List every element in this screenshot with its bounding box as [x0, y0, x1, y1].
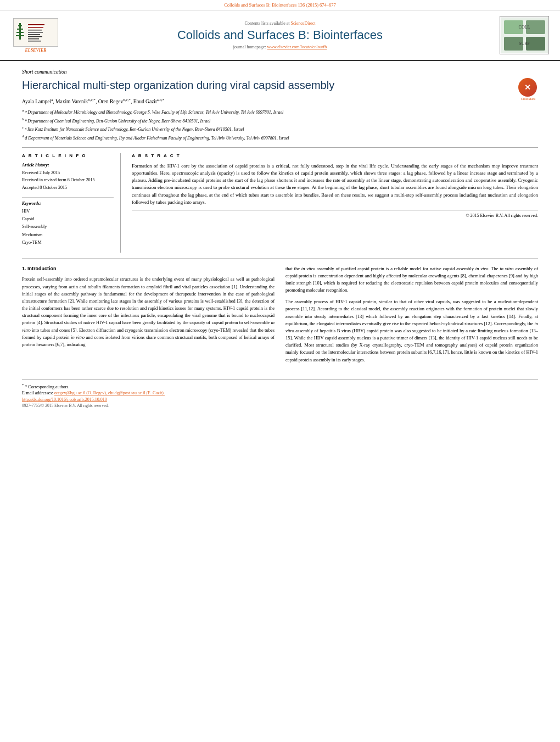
journal-homepage: journal homepage: www.elsevier.com/locat…: [60, 44, 500, 49]
doi-link[interactable]: http://dx.doi.org/10.1016/j.colsurfb.201…: [22, 397, 538, 402]
divider: [22, 197, 114, 198]
svg-rect-5: [16, 35, 24, 36]
svg-text:COLL: COLL: [518, 25, 530, 30]
history-label: Article history:: [22, 163, 114, 168]
journal-header: ELSEVIER Contents lists available at Sci…: [0, 10, 560, 61]
svg-rect-8: [28, 30, 42, 31]
journal-homepage-link[interactable]: www.elsevier.com/locate/colsurfb: [267, 44, 327, 49]
body-right-text-2: The assembly process of HIV-1 capsid pro…: [285, 298, 538, 364]
body-right-col: that the in vitro assembly of purified c…: [285, 265, 538, 368]
svg-rect-2: [18, 25, 22, 26]
citation-text: Colloids and Surfaces B: Biointerfaces 1…: [224, 2, 336, 8]
keywords-section: Keywords: HIV Capsid Self-assembly Mecha…: [22, 201, 114, 247]
title-row: Hierarchical multi-step organization dur…: [22, 78, 538, 98]
body-section: 1. Introduction Protein self-assembly in…: [22, 258, 538, 368]
crossmark-badge: ✕ CrossMark: [518, 78, 538, 98]
keyword-selfassembly: Self-assembly: [22, 223, 114, 231]
sciencedirect-text: Contents lists available at ScienceDirec…: [60, 21, 500, 26]
article-info-header: A R T I C L E I N F O: [22, 153, 114, 158]
email-links[interactable]: oregev@bgu.ac.il (O. Regev), ehudg@post.…: [54, 390, 165, 395]
abstract-col: A B S T R A C T Formation of the HIV-1 c…: [132, 153, 538, 253]
journal-thumbnail: COLL SURF: [500, 16, 549, 54]
footer-section: * * Corresponding authors. E-mail addres…: [22, 379, 538, 409]
svg-rect-4: [16, 32, 24, 33]
history-section: Article history: Received 2 July 2015 Re…: [22, 163, 114, 192]
svg-rect-10: [28, 34, 40, 35]
article-info-col: A R T I C L E I N F O Article history: R…: [22, 153, 121, 253]
elsevier-image: [13, 18, 58, 47]
crossmark-label: CrossMark: [518, 97, 538, 101]
journal-name: Colloids and Surfaces B: Biointerfaces: [60, 28, 500, 42]
body-right-text-1: that the in vitro assembly of purified c…: [285, 265, 538, 294]
affiliation-c: c ᶜ Ilse Katz Institute for Nanoscale Sc…: [22, 125, 538, 133]
corresponding-note: * * Corresponding authors.: [22, 383, 538, 389]
svg-rect-12: [28, 38, 39, 40]
article-title: Hierarchical multi-step organization dur…: [22, 78, 513, 92]
svg-rect-13: [28, 41, 41, 42]
affiliation-a: a ᵃ Department of Molecular Microbiology…: [22, 108, 538, 116]
elsevier-brand-text: ELSEVIER: [25, 48, 46, 53]
affiliations-block: a ᵃ Department of Molecular Microbiology…: [22, 108, 538, 142]
sciencedirect-link[interactable]: ScienceDirect: [291, 21, 316, 26]
email-note: E-mail addresses: oregev@bgu.ac.il (O. R…: [22, 390, 538, 395]
copyright-line: © 2015 Elsevier B.V. All rights reserved…: [132, 210, 538, 218]
received-date: Received 2 July 2015 Received in revised…: [22, 169, 114, 192]
keyword-cryotem: Cryo-TEM: [22, 239, 114, 247]
article-type-label: Short communication: [22, 69, 538, 75]
keyword-capsid: Capsid: [22, 215, 114, 223]
keywords-label: Keywords:: [22, 201, 114, 206]
keyword-list: HIV Capsid Self-assembly Mechanism Cryo-…: [22, 208, 114, 247]
journal-title-block: Contents lists available at ScienceDirec…: [60, 21, 500, 49]
svg-text:SURF: SURF: [518, 41, 530, 46]
abstract-header: A B S T R A C T: [132, 153, 538, 158]
body-left-col: 1. Introduction Protein self-assembly in…: [22, 265, 275, 368]
crossmark-icon: ✕: [518, 78, 537, 97]
elsevier-logo-block: ELSEVIER: [11, 18, 60, 53]
info-abstract-section: A R T I C L E I N F O Article history: R…: [22, 147, 538, 253]
svg-rect-9: [28, 32, 43, 33]
affiliation-d: d d Department of Materials Science and …: [22, 133, 538, 142]
keyword-mechanism: Mechanism: [22, 231, 114, 239]
affiliation-b: b ᵇ Department of Chemical Engineering, …: [22, 116, 538, 125]
svg-rect-11: [28, 36, 42, 37]
section1-title: 1. Introduction: [22, 265, 275, 273]
svg-rect-7: [28, 27, 43, 28]
main-content: Short communication Hierarchical multi-s…: [0, 61, 560, 373]
svg-rect-3: [17, 29, 23, 30]
authors-line: Ayala Lampela, Maxim Varenikb,c,*, Oren …: [22, 98, 538, 104]
issn-text: 0927-7765/© 2015 Elsevier B.V. All right…: [22, 403, 538, 408]
abstract-text: Formation of the HIV-1 core by the assoc…: [132, 163, 538, 206]
keyword-hiv: HIV: [22, 208, 114, 215]
page-wrapper: Colloids and Surfaces B: Biointerfaces 1…: [0, 0, 560, 408]
svg-rect-6: [28, 24, 44, 25]
citation-bar: Colloids and Surfaces B: Biointerfaces 1…: [0, 0, 560, 10]
body-left-text: Protein self-assembly into ordered supra…: [22, 276, 275, 348]
